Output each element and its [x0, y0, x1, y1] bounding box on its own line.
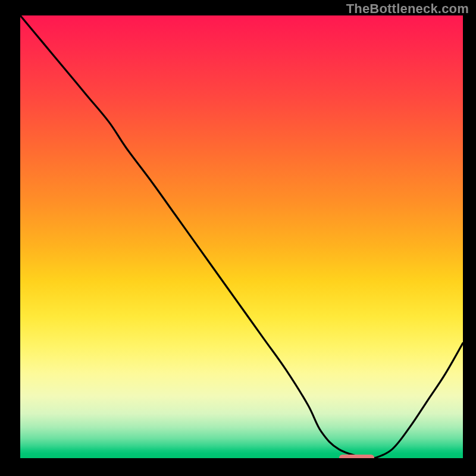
chart-frame: TheBottleneck.com	[0, 0, 476, 476]
valley-marker	[339, 455, 375, 458]
bottleneck-curve	[20, 15, 463, 458]
curve-svg	[20, 15, 463, 458]
watermark-text: TheBottleneck.com	[346, 1, 469, 17]
plot-area	[20, 15, 463, 458]
